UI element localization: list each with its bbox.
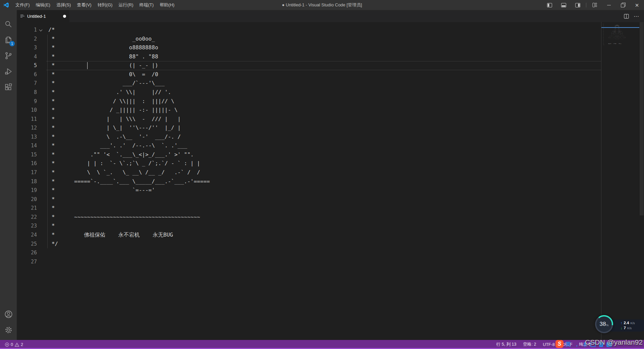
split-editor-icon[interactable] (624, 14, 629, 19)
accounts-icon[interactable] (0, 306, 17, 322)
line-text: * .' \\| |// '. (48, 88, 171, 97)
editor[interactable]: 1/*2 * _oo0oo_3 * o8888888o4 * 88" . "88… (17, 22, 644, 340)
line-number: 14 (17, 141, 37, 150)
problems-indicator[interactable]: 0 2 (3, 341, 24, 348)
line-number: 17 (17, 168, 37, 177)
line-number: 3 (17, 43, 37, 52)
line-number: 24 (17, 231, 37, 240)
plain-text-file-icon (20, 14, 25, 18)
network-speed-panel: ↑ 2.4 K/s ↓ 7 K/s (609, 319, 644, 332)
menu-编辑[interactable]: 编辑(E) (33, 0, 53, 10)
modified-dot[interactable] (63, 15, 66, 18)
line-number: 27 (17, 257, 37, 266)
search-icon[interactable] (0, 16, 17, 32)
line-text: * | \_| ''\---/'' |_/ | (48, 123, 181, 133)
tab-untitled-1[interactable]: Untitled-1 (17, 10, 70, 22)
code-line-20: 20 * (17, 195, 644, 204)
line-text: * | | \\\ - /// | | (48, 115, 181, 124)
line-text: * (48, 204, 55, 213)
line-text: * | | : `- \`.;`\ _ /`;.`/ - ` : | | (48, 159, 200, 168)
line-text: * =====`-.____`.___ \_____/___.-`___.-'=… (48, 177, 210, 186)
menu-选择[interactable]: 选择(S) (53, 0, 74, 10)
line-number: 2 (17, 35, 37, 44)
code-line-19: 19 * `=---=' (17, 186, 644, 195)
code-line-4: 4 * 88" . "88 (17, 52, 644, 61)
activity-bar-bottom (0, 306, 17, 338)
line-text: * o8888888o (48, 43, 158, 52)
minimize-button[interactable] (602, 0, 616, 10)
explorer-badge: 1 (9, 41, 15, 46)
vertical-scrollbar[interactable] (639, 22, 644, 340)
menu-bar: 文件(F)编辑(E)选择(S)查看(V)转到(G)运行(R)终端(T)帮助(H) (12, 0, 177, 10)
line-number: 26 (17, 248, 37, 257)
error-icon (5, 342, 9, 347)
line-text: */ (48, 240, 58, 249)
layout-panel-icon[interactable] (556, 0, 571, 10)
usage-percent: 38% (596, 316, 612, 332)
menu-转到[interactable]: 转到(G) (95, 0, 116, 10)
statusbar-left: 0 2 (0, 341, 24, 348)
line-number: 12 (17, 123, 37, 133)
statusbar-right: 行 5, 列 13空格: 2UTF-8CRLF纯文本 (494, 341, 644, 348)
line-number: 19 (17, 186, 37, 195)
title-bar: 文件(F)编辑(E)选择(S)查看(V)转到(G)运行(R)终端(T)帮助(H)… (0, 0, 644, 10)
menu-帮助[interactable]: 帮助(H) (157, 0, 177, 10)
tab-label: Untitled-1 (27, 14, 46, 19)
line-number: 7 (17, 79, 37, 88)
statusbar-line-col[interactable]: 行 5, 列 13 (494, 341, 519, 348)
line-number: 6 (17, 70, 37, 79)
statusbar-encoding[interactable]: UTF-8 (541, 341, 556, 348)
line-text: * (48, 221, 55, 231)
line-text: * / _||||| -:- |||||- \ (48, 106, 177, 115)
layout-sidebar-right-icon[interactable] (571, 0, 585, 10)
line-text: * 0\ = /0 (48, 70, 158, 79)
upload-value: 2.4 (624, 321, 629, 325)
vscode-logo-icon (3, 2, 9, 8)
menu-运行[interactable]: 运行(R) (115, 0, 136, 10)
code-line-12: 12 * | \_| ''\---/'' |_/ | (17, 123, 644, 133)
download-arrow-icon: ↓ (621, 326, 623, 330)
scrollbar-slider[interactable] (640, 22, 644, 215)
menu-终端[interactable]: 终端(T) (136, 0, 157, 10)
line-number: 10 (17, 106, 37, 115)
code-line-8: 8 * .' \\| |// '. (17, 88, 644, 97)
status-bar: 0 2 行 5, 列 13空格: 2UTF-8CRLF纯文本 (0, 340, 644, 349)
line-number: 20 (17, 195, 37, 204)
explorer-icon[interactable]: 1 (0, 32, 17, 48)
code-line-16: 16 * | | : `- \`.;`\ _ /`;.`/ - ` : | | (17, 159, 644, 168)
code-line-9: 9 * / \\||| : |||// \ (17, 97, 644, 106)
extensions-icon[interactable] (0, 79, 17, 95)
activity-bar: 1 (0, 10, 17, 340)
code-line-26: 26 (17, 248, 644, 257)
code-line-21: 21 * (17, 204, 644, 213)
statusbar-indent[interactable]: 空格: 2 (521, 341, 538, 348)
line-number: 5 (17, 61, 37, 70)
line-number: 16 (17, 159, 37, 168)
code-line-7: 7 * ___/`---'\___ (17, 79, 644, 88)
code-area[interactable]: 1/*2 * _oo0oo_3 * o8888888o4 * 88" . "88… (17, 22, 644, 266)
layout-sidebar-left-icon[interactable] (542, 0, 556, 10)
upload-unit: K/s (631, 321, 635, 326)
line-number: 21 (17, 204, 37, 213)
menu-查看[interactable]: 查看(V) (74, 0, 94, 10)
line-number: 22 (17, 213, 37, 222)
source-control-icon[interactable] (0, 48, 17, 63)
code-line-2: 2 * _oo0oo_ (17, 35, 644, 44)
line-text: * ___/`---'\___ (48, 79, 165, 88)
restore-button[interactable] (616, 0, 630, 10)
code-line-6: 6 * 0\ = /0 (17, 70, 644, 79)
menu-文件[interactable]: 文件(F) (12, 0, 33, 10)
minimap[interactable]: /* * _oo0oo_ * o8888888o * 88" . "88 * (… (601, 22, 644, 340)
statusbar-eol[interactable]: CRLF (559, 341, 575, 348)
line-text: * ."" '< `.___\_<|>_/___.' >' "". (48, 150, 194, 159)
statusbar-language[interactable]: 纯文本 (577, 341, 594, 348)
code-line-22: 22 * ~~~~~~~~~~~~~~~~~~~~~~~~~~~~~~~~~~~… (17, 213, 644, 222)
customize-layout-icon[interactable] (588, 0, 602, 10)
close-button[interactable]: ✕ (630, 0, 644, 10)
line-text: * 佛祖保佑 永不宕机 永无BUG (48, 231, 173, 240)
settings-gear-icon[interactable] (0, 322, 17, 338)
fold-chevron-icon[interactable] (39, 28, 43, 32)
run-debug-icon[interactable] (0, 63, 17, 79)
line-text: /* (48, 26, 55, 35)
more-actions-icon[interactable]: ⋯ (634, 13, 639, 19)
